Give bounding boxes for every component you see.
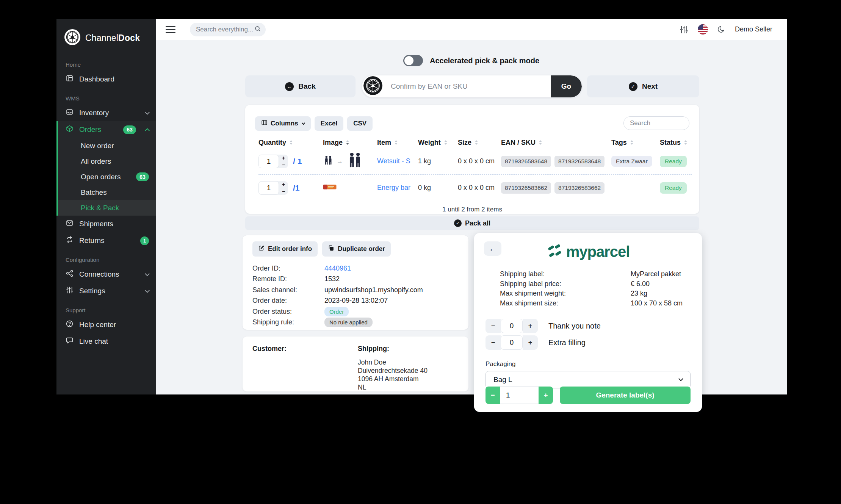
quantity-increment-button[interactable]: + xyxy=(279,181,288,188)
sidebar-item-orders[interactable]: Orders 63 xyxy=(58,121,156,138)
page-content: Accelerated pick & pack mode ← Back xyxy=(156,40,787,394)
item-weight: 0 kg xyxy=(418,184,458,192)
check-circle-icon: ✓ xyxy=(629,82,637,91)
column-header-ean-sku[interactable]: EAN / SKU xyxy=(501,139,611,147)
sidebar-section-support: Support xyxy=(56,299,156,316)
column-header-item[interactable]: Item xyxy=(377,139,418,147)
pack-all-button[interactable]: ✓ Pack all xyxy=(245,216,699,230)
thank-you-note-count[interactable] xyxy=(501,319,523,333)
product-thumbnail-large[interactable] xyxy=(346,152,363,171)
quantity-increment-button[interactable]: + xyxy=(279,155,288,161)
item-link[interactable]: Energy bar xyxy=(377,184,410,191)
quantity-decrement-button[interactable]: − xyxy=(279,188,288,195)
sku-badge: 8719326583662 xyxy=(554,182,605,194)
sidebar-item-live-chat[interactable]: Live chat xyxy=(56,333,156,350)
sort-icon xyxy=(630,140,633,145)
arrow-right-icon: → xyxy=(337,158,343,165)
user-menu[interactable]: Demo Seller xyxy=(735,25,772,33)
quantity-stepper: +− xyxy=(258,155,288,168)
hamburger-menu-icon[interactable] xyxy=(166,26,175,33)
order-field-row: Sales channel:upwindsurfshop1.myshopify.… xyxy=(252,285,459,296)
sidebar-item-dashboard[interactable]: Dashboard xyxy=(56,71,156,88)
column-header-quantity[interactable]: Quantity xyxy=(258,139,323,147)
item-link[interactable]: Wetsuit - S xyxy=(377,157,410,165)
sidebar-item-batches[interactable]: Batches xyxy=(58,185,156,200)
sidebar-item-returns[interactable]: Returns 1 xyxy=(56,232,156,249)
global-search-input[interactable] xyxy=(196,26,254,33)
sort-icon xyxy=(346,140,349,145)
order-field-row: Remote ID:1532 xyxy=(252,274,459,285)
extra-filling-count[interactable] xyxy=(501,335,523,350)
edit-pencil-icon xyxy=(258,245,265,253)
sidebar-item-new-order[interactable]: New order xyxy=(58,138,156,153)
item-size: 0 x 0 x 0 cm xyxy=(458,157,501,165)
duplicate-order-button[interactable]: Duplicate order xyxy=(322,241,391,257)
product-thumbnail-small[interactable] xyxy=(323,184,337,192)
myparcel-logo-icon xyxy=(547,243,562,260)
language-flag-us[interactable] xyxy=(698,24,708,34)
back-button[interactable]: ← Back xyxy=(245,75,356,97)
order-id-link[interactable]: 4440961 xyxy=(324,265,351,272)
excel-export-button[interactable]: Excel xyxy=(315,116,343,131)
confirm-ean-sku-input[interactable] xyxy=(382,82,551,91)
edit-order-info-button[interactable]: Edit order info xyxy=(252,241,318,257)
sidebar-item-all-orders[interactable]: All orders xyxy=(58,153,156,169)
column-header-status[interactable]: Status xyxy=(660,139,692,147)
sidebar-item-pick-pack[interactable]: Pick & Pack xyxy=(58,200,156,216)
sku-badge: 8719326583648 xyxy=(554,156,605,167)
quantity-decrement-button[interactable]: − xyxy=(279,161,288,168)
sidebar-item-label: Inventory xyxy=(79,109,136,117)
extra-filling-stepper: − + Extra filling xyxy=(485,335,601,350)
table-search-input[interactable] xyxy=(630,119,683,127)
sidebar-item-inventory[interactable]: Inventory xyxy=(56,105,156,121)
order-items-table: Columns Excel CSV Quantity Image Item We… xyxy=(245,105,699,214)
sort-icon xyxy=(444,140,447,145)
dark-mode-moon-icon[interactable] xyxy=(717,25,726,34)
column-header-weight[interactable]: Weight xyxy=(418,139,458,147)
label-count-input[interactable] xyxy=(500,387,539,404)
orders-cube-icon xyxy=(66,125,74,135)
decrement-button[interactable]: − xyxy=(485,319,501,333)
product-thumbnail-small[interactable] xyxy=(323,155,334,167)
app-window: ChannelDock Home Dashboard WMS Inventory… xyxy=(56,19,787,394)
tag-badge: Extra Zwaar xyxy=(611,156,652,167)
decrement-button[interactable]: − xyxy=(485,335,501,350)
go-button[interactable]: Go xyxy=(551,75,582,97)
increment-button[interactable]: + xyxy=(523,319,538,333)
label-count-decrement-button[interactable]: − xyxy=(485,387,500,404)
sidebar-item-settings[interactable]: Settings xyxy=(56,283,156,299)
brand-logo[interactable]: ChannelDock xyxy=(56,19,156,54)
quantity-input[interactable] xyxy=(258,181,279,195)
search-icon xyxy=(254,25,261,34)
share-nodes-icon xyxy=(66,269,74,279)
csv-export-button[interactable]: CSV xyxy=(347,116,373,131)
increment-button[interactable]: + xyxy=(523,335,538,350)
chevron-down-icon xyxy=(301,121,305,125)
columns-button[interactable]: Columns xyxy=(255,116,311,131)
order-field-row: Shipping rule:No rule applied xyxy=(252,317,459,328)
shipping-label-price: € 6.00 xyxy=(631,280,650,288)
table-columns-icon xyxy=(261,119,268,128)
sidebar-item-connections[interactable]: Connections xyxy=(56,266,156,283)
preferences-sliders-icon[interactable] xyxy=(680,25,689,34)
sidebar-item-shipments[interactable]: Shipments xyxy=(56,216,156,232)
generate-labels-button[interactable]: Generate label(s) xyxy=(560,387,691,404)
table-search xyxy=(623,116,689,130)
column-header-tags[interactable]: Tags xyxy=(611,139,660,147)
column-header-size[interactable]: Size xyxy=(458,139,501,147)
max-shipment-weight: 23 kg xyxy=(631,290,647,297)
sidebar-item-open-orders[interactable]: Open orders 63 xyxy=(58,169,156,185)
next-button[interactable]: ✓ Next xyxy=(587,75,699,97)
accelerated-mode-label: Accelerated pick & pack mode xyxy=(430,56,539,65)
accelerated-mode-toggle[interactable] xyxy=(403,55,423,66)
label-count-increment-button[interactable]: + xyxy=(539,387,553,404)
chat-bubble-icon xyxy=(66,337,74,346)
packaging-select[interactable]: Bag L xyxy=(485,371,691,388)
chevron-down-icon xyxy=(678,376,683,381)
sidebar-item-help-center[interactable]: Help center xyxy=(56,316,156,333)
order-field-row: Order date:2023-09-28 13:02:07 xyxy=(252,296,459,307)
chevron-down-icon xyxy=(145,110,150,115)
shipping-label-value: MyParcel pakket xyxy=(631,270,681,278)
column-header-image[interactable]: Image xyxy=(323,139,377,147)
quantity-input[interactable] xyxy=(258,155,279,168)
